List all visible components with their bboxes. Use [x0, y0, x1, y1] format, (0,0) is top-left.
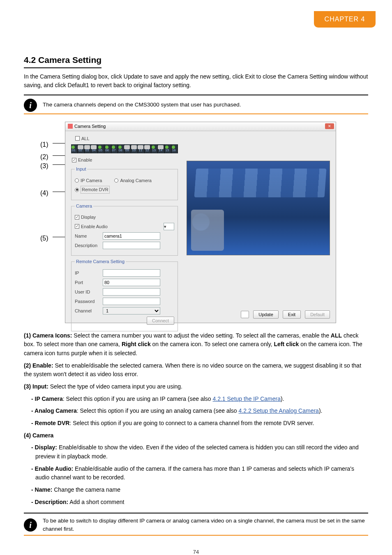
close-icon[interactable]: ✕: [325, 123, 334, 129]
all-label: ALL: [81, 135, 90, 142]
camera-legend: Camera: [75, 203, 93, 210]
section-title-text: Camera Setting: [38, 55, 101, 65]
callout-3: (3): [40, 161, 48, 171]
camera-preview: [187, 161, 330, 255]
camera-channel-08[interactable]: 08: [118, 144, 125, 153]
link-analog-camera-setup[interactable]: 4.2.2 Setup the Analog Camera: [239, 407, 319, 414]
input-legend: Input: [75, 166, 87, 173]
camera-channel-12[interactable]: 12: [145, 144, 151, 153]
camera-channel-16[interactable]: 16: [171, 144, 178, 153]
enable-audio-checkbox[interactable]: ✓Enable Audio: [75, 223, 108, 230]
display-label: Display: [81, 214, 96, 221]
radio-analog-camera[interactable]: Analog Camera: [114, 177, 151, 184]
item-4-enable-audio: - Enable Audio: Enable/disable audio of …: [35, 465, 368, 482]
name-label: Name: [75, 233, 100, 240]
all-checkbox[interactable]: ALL: [75, 135, 90, 142]
description-field[interactable]: [103, 242, 160, 249]
camera-channel-07[interactable]: 07: [111, 144, 118, 153]
audio-channel-combo[interactable]: ▾: [164, 223, 174, 230]
channel-strip: 01020304050607080910111213141516: [71, 144, 178, 153]
info-text-1: The camera channels depend on the CMS300…: [43, 101, 241, 109]
userid-label: User ID: [75, 289, 100, 296]
link-ip-camera-setup[interactable]: 4.2.1 Setup the IP Camera: [213, 395, 281, 402]
description-label: Description: [75, 242, 100, 249]
password-field[interactable]: [103, 298, 160, 305]
page-number: 74: [24, 548, 368, 555]
camera-channel-04[interactable]: 04: [91, 144, 98, 153]
item-4-name: - Name: Change the camera name: [35, 486, 368, 495]
remote-legend: Remote Camera Setting: [75, 258, 126, 265]
item-4-display: - Display: Enable/disable to show the vi…: [35, 443, 368, 461]
section-subtitle: In the Camera Setting dialog box, click …: [24, 72, 368, 90]
camera-channel-09[interactable]: 09: [125, 144, 131, 153]
radio-analog-camera-label: Analog Camera: [120, 177, 151, 184]
info-icon: i: [24, 518, 37, 532]
item-4: (4) Camera: [24, 431, 368, 440]
input-group: Input IP Camera Analog Camera Remote DVR: [71, 166, 178, 200]
window-titlebar: Camera Setting ✕: [65, 122, 336, 131]
port-field[interactable]: [103, 279, 160, 286]
update-button[interactable]: Update: [253, 310, 278, 319]
camera-group: Camera ✓Display ✓Enable Audio ▾ Name Des…: [71, 203, 178, 256]
camera-channel-06[interactable]: 06: [104, 144, 111, 153]
enable-audio-label: Enable Audio: [81, 223, 108, 230]
window-title: Camera Setting: [74, 123, 106, 130]
default-button[interactable]: Default: [305, 310, 330, 319]
connect-button[interactable]: Connect: [147, 317, 174, 325]
section-heading: 4.2 Camera Setting: [24, 53, 101, 68]
enable-checkbox[interactable]: ✓Enable: [72, 157, 92, 164]
display-checkbox[interactable]: ✓Display: [75, 214, 96, 221]
item-3-remote: - Remote DVR: Select this option if you …: [35, 419, 368, 428]
camera-channel-14[interactable]: 14: [158, 144, 164, 153]
ip-label: IP: [75, 270, 100, 277]
enable-label: Enable: [78, 157, 92, 164]
item-3-ip: - IP Camera: Select this option if you a…: [35, 395, 368, 404]
name-field[interactable]: [103, 232, 160, 240]
item-3: (3) Input: Select the type of video came…: [24, 382, 368, 391]
print-icon[interactable]: [241, 311, 249, 318]
info-text-2: To be able to switch to display differen…: [43, 517, 368, 534]
camera-channel-02[interactable]: 02: [78, 144, 84, 153]
channel-label: Channel: [75, 308, 100, 314]
exit-button[interactable]: Exit: [283, 310, 301, 319]
item-4-description: - Description: Add a short comment: [35, 498, 368, 507]
app-icon: [68, 124, 73, 129]
camera-channel-15[interactable]: 15: [165, 144, 171, 153]
item-2: (2) Enable: Set to enable/disable the se…: [24, 361, 368, 379]
callout-4: (4): [40, 188, 48, 198]
callout-1: (1): [40, 140, 48, 150]
item-3-analog: - Analog Camera: Select this option if y…: [35, 407, 368, 416]
camera-channel-13[interactable]: 13: [151, 144, 158, 153]
camera-channel-05[interactable]: 05: [98, 144, 104, 153]
userid-field[interactable]: [103, 288, 160, 296]
radio-remote-dvr[interactable]: Remote DVR: [75, 186, 110, 194]
camera-channel-03[interactable]: 03: [85, 144, 91, 153]
port-label: Port: [75, 279, 100, 286]
radio-ip-camera-label: IP Camera: [81, 177, 102, 184]
section-number: 4.2: [24, 55, 36, 65]
camera-channel-10[interactable]: 10: [131, 144, 138, 153]
ip-field[interactable]: [103, 269, 160, 277]
camera-channel-11[interactable]: 11: [138, 144, 145, 153]
radio-remote-dvr-label: Remote DVR: [81, 186, 110, 194]
camera-setting-window: Camera Setting ✕ ALL 0102030405060708091…: [65, 122, 336, 323]
camera-channel-01[interactable]: 01: [71, 144, 78, 153]
chapter-tab: CHAPTER 4: [314, 11, 376, 28]
channel-select[interactable]: 1: [103, 307, 160, 314]
callout-2: (2): [40, 152, 48, 162]
radio-ip-camera[interactable]: IP Camera: [75, 177, 102, 184]
info-icon: i: [24, 99, 37, 112]
password-label: Password: [75, 298, 100, 305]
remote-camera-group: Remote Camera Setting IP Port User ID Pa…: [71, 258, 178, 332]
callout-5: (5): [40, 234, 48, 243]
